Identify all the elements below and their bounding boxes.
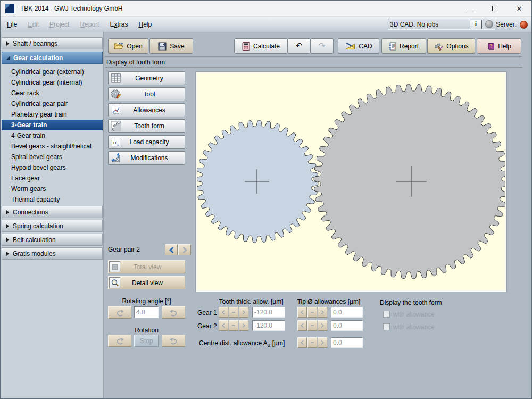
sidebar-item-hypoid-bevel-gears[interactable]: Hypoid bevel gears (2, 162, 103, 173)
gear1-tooth-allowance-input[interactable] (252, 307, 285, 318)
spin-right-icon (242, 310, 246, 315)
gear2-tooth-increment-button[interactable] (239, 320, 248, 331)
tip-allowances-header: Tip Ø allowances [µm] (294, 298, 364, 305)
sidebar-section-gear-calculation[interactable]: Gear calculation (2, 52, 103, 64)
gear1-tip-decrement-button[interactable] (297, 307, 307, 318)
undo-button[interactable]: ↶ (287, 38, 311, 54)
app-logo-icon (5, 4, 14, 13)
cad-button[interactable]: CAD (338, 38, 379, 54)
centre-decrement-button[interactable] (297, 337, 307, 348)
sidebar-section-spring-calculation[interactable]: Spring calculation (2, 220, 103, 232)
main-panel: Open Save Calculate ↶ ↷ CAD Re (104, 32, 531, 398)
sidebar-item-spiral-bevel-gears[interactable]: Spiral bevel gears (2, 152, 103, 162)
sidebar-item-cylindrical-gear-pair[interactable]: Cylindrical gear pair (2, 98, 103, 109)
gear1-tooth-reset-button[interactable] (229, 307, 238, 318)
gear2-tooth-reset-button[interactable] (229, 320, 238, 331)
cad-ruler-icon (345, 42, 355, 50)
tooth-form-gear-icon (111, 121, 121, 131)
previous-gear-pair-button[interactable] (165, 244, 178, 255)
rotation-cw-button[interactable] (162, 335, 185, 347)
help-button[interactable]: ? Help (477, 38, 521, 54)
spin-left-icon (300, 323, 304, 328)
modifications-button[interactable]: Modifications (108, 151, 185, 165)
sidebar-item-cylindrical-gear-internal-[interactable]: Cylindrical gear (internal) (2, 77, 103, 88)
rotate-ccw-icon (115, 309, 124, 317)
rotation-label: Rotation (108, 327, 185, 334)
collapsed-arrow-icon (6, 210, 9, 214)
sidebar-item-3-gear-train[interactable]: 3-Gear train (2, 120, 103, 130)
sidebar-section-belt-calculation[interactable]: Belt calculation (2, 234, 103, 246)
sidebar-item-4-gear-train[interactable]: 4-Gear train (2, 130, 103, 141)
load-capacity-button[interactable]: σx Load capacity (108, 135, 185, 149)
open-button[interactable]: Open (108, 38, 148, 54)
maximize-icon (492, 6, 497, 11)
rotating-angle-input[interactable] (134, 306, 159, 318)
menu-edit: Edit (22, 21, 44, 28)
sidebar-item-gear-rack[interactable]: Gear rack (2, 88, 103, 98)
sidebar-item-bevel-gears-straight-helical[interactable]: Bevel gears - straight/helical (2, 141, 103, 152)
gear1-tooth-decrement-button[interactable] (219, 307, 228, 318)
geometry-button[interactable]: Geometry (108, 71, 185, 85)
options-button[interactable]: Options (427, 38, 475, 54)
redo-icon: ↷ (319, 42, 326, 50)
display-tooth-form-label: Display the tooth form (380, 299, 442, 306)
rotation-ccw-button[interactable] (108, 335, 131, 347)
gear2-tip-allowance-input[interactable] (331, 320, 363, 331)
report-button[interactable]: Report (381, 38, 426, 54)
centre-distance-allowance-input[interactable] (331, 337, 363, 348)
info-button[interactable]: i (470, 20, 482, 29)
sidebar-section-gratis-modules[interactable]: Gratis modules (2, 247, 103, 260)
centre-increment-button[interactable] (318, 337, 327, 348)
minus-icon (310, 310, 314, 315)
sidebar-item-face-gear[interactable]: Face gear (2, 173, 103, 184)
maximize-button[interactable] (483, 1, 507, 16)
save-button[interactable]: Save (149, 38, 193, 54)
close-button[interactable]: ✕ (507, 1, 531, 16)
panel-title: Display of tooth form (106, 59, 165, 66)
help-book-icon: ? (487, 42, 495, 51)
tooth-form-button[interactable]: Tooth form (108, 119, 185, 133)
allowances-button[interactable]: Allowances (108, 103, 185, 117)
detail-view-button[interactable]: Detail view (108, 276, 185, 289)
navigation-sidebar: Shaft / bearings Gear calculation Cylind… (1, 32, 104, 398)
sidebar-item-planetary-gear-train[interactable]: Planetary gear train (2, 109, 103, 120)
with-allowance-checkbox-2 (383, 323, 390, 330)
gear1-tip-increment-button[interactable] (318, 307, 327, 318)
rotate-cw-button[interactable] (162, 306, 185, 319)
redo-button: ↷ (310, 38, 334, 54)
spin-left-icon (300, 340, 304, 345)
gear1-tip-reset-button[interactable] (307, 307, 317, 318)
sidebar-section-shaft-bearings[interactable]: Shaft / bearings (2, 37, 103, 49)
sidebar-item-thermal-capacity[interactable]: Thermal capacity (2, 194, 103, 205)
sidebar-item-cylindrical-gear-external-[interactable]: Cylindrical gear (external) (2, 66, 103, 77)
minimize-button[interactable] (458, 1, 483, 16)
options-tools-icon (434, 42, 443, 51)
next-gear-pair-button (178, 244, 191, 255)
sidebar-section-connections[interactable]: Connections (2, 206, 103, 218)
sidebar-item-worm-gears[interactable]: Worm gears (2, 184, 103, 194)
menu-extras[interactable]: Extras (104, 21, 133, 28)
gear2-tip-increment-button[interactable] (318, 320, 327, 331)
expanded-arrow-icon (6, 56, 10, 60)
gear1-tip-allowance-input[interactable] (331, 307, 363, 318)
minus-icon (231, 310, 236, 315)
gear1-tooth-increment-button[interactable] (239, 307, 248, 318)
report-page-icon (389, 42, 396, 51)
menu-help[interactable]: Help (133, 21, 157, 28)
with-allowance-label-2: with allowance (393, 323, 435, 331)
spin-right-icon (242, 323, 246, 328)
cad-status-box: 3D CAD: No jobs i (388, 19, 495, 30)
gear2-tooth-decrement-button[interactable] (219, 320, 228, 331)
gear2-tip-reset-button[interactable] (307, 320, 317, 331)
spin-right-icon (320, 340, 325, 345)
menu-file[interactable]: File (2, 21, 22, 28)
rotate-ccw-icon (115, 337, 124, 345)
rotate-ccw-button[interactable] (108, 306, 131, 319)
centre-reset-button[interactable] (307, 337, 317, 348)
gear2-tip-decrement-button[interactable] (297, 320, 307, 331)
svg-text:x: x (117, 142, 119, 147)
calculate-button[interactable]: Calculate (234, 38, 288, 54)
gear2-tooth-allowance-input[interactable] (252, 320, 285, 331)
rotate-cw-icon (169, 337, 178, 345)
tool-button[interactable]: Tool (108, 87, 185, 101)
